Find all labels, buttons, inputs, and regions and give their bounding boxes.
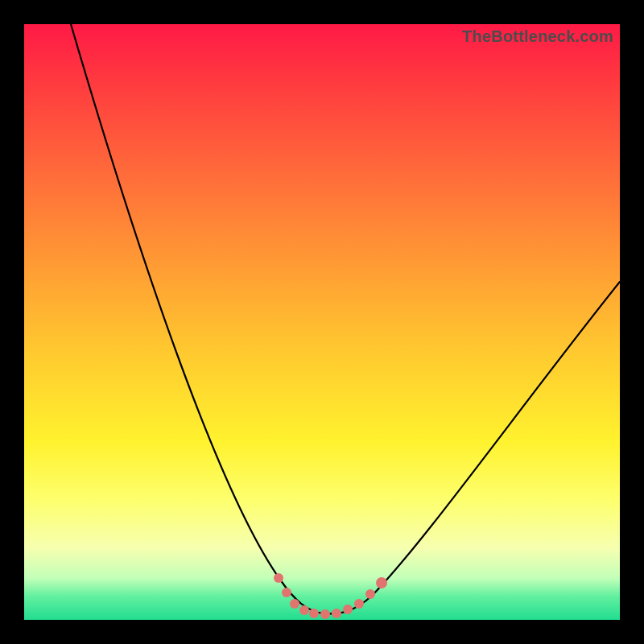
- chart-svg: [24, 24, 620, 620]
- dot-6: [332, 609, 341, 618]
- dot-cluster: [274, 573, 387, 619]
- chart-frame: TheBottleneck.com: [0, 0, 644, 644]
- dot-5: [320, 609, 330, 619]
- dot-10: [376, 577, 387, 588]
- dot-2: [290, 599, 299, 609]
- dot-1: [282, 588, 291, 597]
- plot-area: TheBottleneck.com: [24, 24, 620, 620]
- bottleneck-curve: [71, 24, 620, 613]
- dot-0: [274, 573, 283, 583]
- watermark-text: TheBottleneck.com: [462, 27, 613, 46]
- dot-9: [365, 589, 375, 599]
- dot-4: [309, 609, 319, 618]
- dot-7: [343, 605, 353, 614]
- dot-3: [299, 605, 309, 615]
- dot-8: [354, 599, 364, 609]
